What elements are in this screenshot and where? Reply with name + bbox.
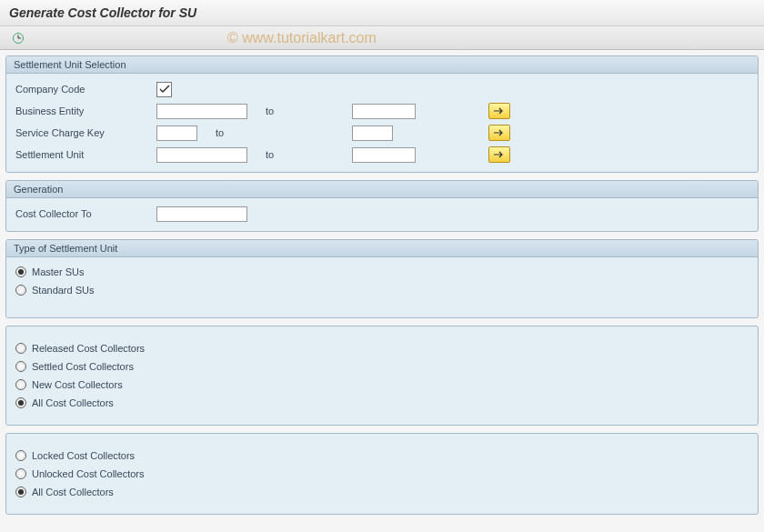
radio-icon	[15, 266, 26, 277]
label-cost-collector-to: Cost Collector To	[15, 208, 156, 219]
radio-icon	[15, 468, 26, 479]
row-company-code: Company Code	[15, 79, 749, 99]
input-business-entity-to[interactable]	[352, 104, 416, 119]
radio-unlocked-cc[interactable]: Unlocked Cost Collectors	[15, 465, 749, 483]
radio-icon	[15, 450, 26, 461]
radio-all-cc-2[interactable]: All Cost Collectors	[15, 483, 749, 501]
row-business-entity: Business Entity to	[15, 101, 749, 121]
arrow-right-icon	[493, 106, 506, 115]
radio-label: Locked Cost Collectors	[32, 450, 135, 461]
row-service-charge-key: Service Charge Key to	[15, 123, 749, 143]
radio-icon	[15, 397, 26, 408]
groupbox-status1: Released Cost Collectors Settled Cost Co…	[5, 326, 759, 426]
radio-locked-cc[interactable]: Locked Cost Collectors	[15, 447, 749, 465]
arrow-right-icon	[493, 150, 506, 159]
arrow-right-icon	[493, 128, 506, 137]
radio-label: Standard SUs	[32, 285, 94, 296]
radio-settled-cc[interactable]: Settled Cost Collectors	[15, 357, 749, 376]
radio-icon	[15, 379, 26, 390]
radio-label: All Cost Collectors	[32, 487, 114, 497]
groupbox-header-type-su: Type of Settlement Unit	[6, 240, 758, 257]
input-service-charge-key-from[interactable]	[156, 125, 197, 141]
groupbox-generation: Generation Cost Collector To	[5, 180, 759, 232]
radio-label: Settled Cost Collectors	[32, 361, 134, 372]
label-to-settlement-unit: to	[247, 149, 352, 160]
radio-icon	[15, 285, 26, 296]
input-business-entity-from[interactable]	[156, 104, 247, 119]
checkbox-company-code[interactable]	[156, 82, 172, 97]
groupbox-selection: Settlement Unit Selection Company Code B…	[5, 55, 759, 173]
toolbar: © www.tutorialkart.com	[0, 26, 764, 50]
radio-label: Unlocked Cost Collectors	[32, 468, 145, 479]
radio-new-cc[interactable]: New Cost Collectors	[15, 376, 749, 394]
page-title: Generate Cost Collector for SU	[0, 0, 764, 26]
radio-all-cc-1[interactable]: All Cost Collectors	[15, 394, 749, 412]
label-service-charge-key: Service Charge Key	[15, 127, 156, 138]
row-cost-collector-to: Cost Collector To	[15, 204, 749, 224]
radio-icon	[15, 343, 26, 354]
radio-label: Released Cost Collectors	[32, 343, 145, 354]
radio-icon	[15, 487, 26, 497]
radio-icon	[15, 361, 26, 372]
clock-icon	[12, 32, 25, 45]
multi-select-settlement-unit[interactable]	[488, 146, 510, 163]
multi-select-business-entity[interactable]	[488, 103, 510, 119]
row-settlement-unit: Settlement Unit to	[15, 145, 749, 165]
groupbox-type-su: Type of Settlement Unit Master SUs Stand…	[5, 239, 759, 318]
input-cost-collector-to[interactable]	[156, 206, 247, 222]
input-service-charge-key-to[interactable]	[352, 125, 393, 141]
label-to-business-entity: to	[247, 105, 352, 116]
label-business-entity: Business Entity	[15, 105, 156, 116]
radio-label: Master SUs	[32, 266, 84, 277]
multi-select-service-charge-key[interactable]	[488, 125, 510, 141]
groupbox-status2: Locked Cost Collectors Unlocked Cost Col…	[5, 433, 759, 515]
label-to-service-charge-key: to	[197, 127, 352, 138]
label-settlement-unit: Settlement Unit	[15, 149, 156, 160]
input-settlement-unit-from[interactable]	[156, 147, 247, 163]
execute-button[interactable]	[9, 30, 27, 46]
content-area: Settlement Unit Selection Company Code B…	[0, 50, 764, 527]
radio-label: All Cost Collectors	[32, 397, 114, 408]
groupbox-header-generation: Generation	[6, 181, 758, 198]
radio-released-cc[interactable]: Released Cost Collectors	[15, 339, 749, 357]
input-settlement-unit-to[interactable]	[352, 147, 416, 163]
label-company-code: Company Code	[15, 84, 156, 95]
watermark: © www.tutorialkart.com	[227, 30, 377, 46]
radio-standard-sus[interactable]: Standard SUs	[15, 281, 749, 299]
radio-master-sus[interactable]: Master SUs	[15, 263, 749, 281]
check-icon	[159, 85, 170, 94]
groupbox-header-selection: Settlement Unit Selection	[6, 56, 758, 74]
radio-label: New Cost Collectors	[32, 379, 123, 390]
